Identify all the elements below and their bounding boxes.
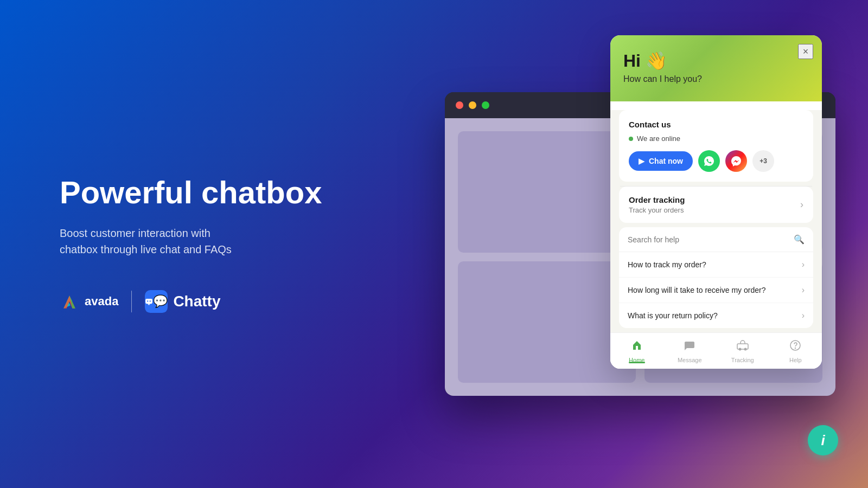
- order-chevron-icon: ›: [800, 199, 803, 210]
- browser-placeholder-1: [458, 131, 636, 253]
- plus-more-button[interactable]: +3: [752, 150, 774, 172]
- faq-chevron-1: ›: [802, 260, 805, 269]
- brand-divider: [131, 291, 132, 312]
- svg-point-8: [738, 348, 741, 351]
- chatty-logo: Chatty: [145, 290, 220, 313]
- svg-point-6: [150, 300, 151, 301]
- online-text: We are online: [637, 134, 680, 143]
- faq-item-3[interactable]: What is your return policy? ›: [619, 303, 813, 328]
- svg-rect-4: [146, 299, 153, 304]
- online-status: We are online: [629, 134, 803, 143]
- browser-placeholder-3: [458, 261, 636, 383]
- svg-point-10: [790, 341, 800, 350]
- faq-chevron-3: ›: [802, 311, 805, 320]
- order-tracking-section[interactable]: Order tracking Track your orders ›: [619, 187, 813, 223]
- browser-dot-red: [456, 101, 463, 109]
- faq-text-3: What is your return policy?: [628, 311, 718, 320]
- messenger-button[interactable]: [725, 150, 747, 172]
- chat-subgreeting: How can I help you?: [623, 74, 809, 84]
- nav-help-label: Help: [789, 357, 802, 363]
- faq-text-1: How to track my order?: [628, 260, 706, 269]
- svg-point-11: [795, 348, 796, 349]
- chat-greeting: Hi 👋: [623, 50, 809, 71]
- left-content: Powerful chatbox Boost customer interact…: [60, 175, 322, 313]
- faq-text-2: How long will it take to receive my orde…: [628, 286, 765, 294]
- faq-chevron-2: ›: [802, 285, 805, 295]
- nav-help[interactable]: Help: [779, 339, 812, 363]
- avada-icon: [60, 292, 79, 311]
- whatsapp-button[interactable]: [698, 150, 720, 172]
- search-bar: 🔍: [619, 227, 813, 252]
- subtitle: Boost customer interaction withchatbox t…: [60, 225, 322, 258]
- close-button[interactable]: ×: [798, 44, 813, 59]
- chat-now-label: Chat now: [649, 157, 683, 165]
- chat-header: × Hi 👋 How can I help you?: [610, 35, 822, 101]
- nav-home[interactable]: Home: [621, 339, 653, 363]
- search-input[interactable]: [628, 235, 788, 244]
- chat-body: Contact us We are online ▶ Chat now: [610, 110, 822, 369]
- faq-item-1[interactable]: How to track my order? ›: [619, 252, 813, 278]
- message-icon: [684, 339, 695, 355]
- nav-tracking[interactable]: Tracking: [726, 339, 759, 363]
- home-icon: [631, 339, 643, 355]
- chat-nav: Home Message: [610, 332, 822, 369]
- search-icon: 🔍: [794, 234, 805, 245]
- svg-point-9: [744, 348, 746, 351]
- main-title: Powerful chatbox: [60, 175, 322, 210]
- chat-widget: × Hi 👋 How can I help you? Contact us We…: [610, 35, 822, 369]
- order-title: Order tracking: [629, 195, 685, 204]
- nav-message[interactable]: Message: [673, 339, 706, 363]
- info-button[interactable]: i: [808, 425, 838, 455]
- brand-logos: avada Chatty: [60, 290, 322, 313]
- order-section-text: Order tracking Track your orders: [629, 195, 685, 214]
- chat-now-button[interactable]: ▶ Chat now: [629, 151, 693, 171]
- contact-actions: ▶ Chat now +3: [629, 150, 803, 172]
- online-dot: [629, 137, 633, 141]
- avada-logo: avada: [60, 292, 118, 311]
- browser-dot-green: [482, 101, 489, 109]
- faq-item-2[interactable]: How long will it take to receive my orde…: [619, 278, 813, 303]
- nav-tracking-label: Tracking: [731, 357, 754, 363]
- avada-text: avada: [85, 294, 118, 309]
- contact-section: Contact us We are online ▶ Chat now: [619, 110, 813, 182]
- contact-title: Contact us: [629, 120, 803, 129]
- nav-message-label: Message: [678, 357, 702, 363]
- browser-dot-yellow: [469, 101, 476, 109]
- chatty-icon: [145, 290, 168, 313]
- send-icon: ▶: [639, 157, 644, 165]
- info-icon: i: [821, 432, 825, 449]
- nav-active-bar: [629, 362, 645, 363]
- svg-point-5: [147, 300, 148, 301]
- order-subtitle: Track your orders: [629, 206, 685, 214]
- faq-section: 🔍 How to track my order? › How long will…: [619, 227, 813, 328]
- help-icon: [789, 339, 801, 355]
- chatty-text: Chatty: [173, 293, 220, 310]
- tracking-icon: [737, 339, 749, 355]
